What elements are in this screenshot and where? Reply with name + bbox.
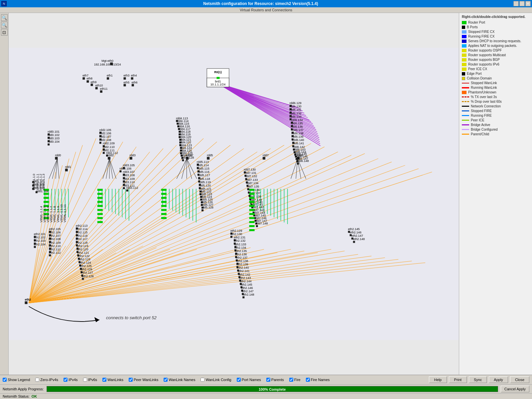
svg-rect-449 xyxy=(230,236,232,238)
legend-color-router-port xyxy=(462,21,466,24)
zero-ipv4s-input[interactable] xyxy=(35,378,39,382)
port-names-input[interactable] xyxy=(237,378,241,382)
checkbox-fire-names[interactable]: Fire Names xyxy=(306,378,330,382)
checkbox-wanlinks[interactable]: WanLinks xyxy=(102,378,123,382)
svg-rect-485 xyxy=(242,296,244,298)
svg-text:eth2.132: eth2.132 xyxy=(234,239,245,242)
svg-text:eth5: eth5 xyxy=(124,81,130,84)
svg-text:eth2.123: eth2.123 xyxy=(78,258,90,261)
svg-text:rdd6.129: rdd6.129 xyxy=(290,101,302,105)
legend-item-parent-child: Parent/Child xyxy=(462,132,529,136)
legend-label-router-port: Router Port xyxy=(468,21,485,24)
cancel-apply-button[interactable]: Cancel Apply xyxy=(501,386,529,392)
wanlink-config-input[interactable] xyxy=(200,378,204,382)
svg-text:eth2.139: eth2.139 xyxy=(236,263,248,266)
svg-rect-532 xyxy=(249,229,254,231)
svg-text:rdd7.148: rdd7.148 xyxy=(256,222,268,225)
svg-text:rdd7: rdd7 xyxy=(263,154,269,157)
legend-label-collision-domain: Collision Domain xyxy=(467,76,492,80)
close-window-button[interactable]: ✕ xyxy=(525,1,531,6)
svg-text:connects to switch port 52: connects to switch port 52 xyxy=(106,315,157,320)
status-label: Netsmith Status: xyxy=(3,394,30,398)
print-button[interactable]: Print xyxy=(449,376,467,383)
svg-rect-520 xyxy=(161,213,167,215)
svg-rect-181 xyxy=(65,169,68,171)
legend-color-peer-ice-cx xyxy=(462,67,466,71)
checkbox-ipv6s[interactable]: IPv6s xyxy=(83,378,97,382)
progress-bar-fill: 100% Complete xyxy=(47,386,498,392)
wanlinks-input[interactable] xyxy=(102,378,106,382)
checkbox-wanlink-config[interactable]: WanLink Config xyxy=(200,378,231,382)
svg-text:rdd6.136: rdd6.136 xyxy=(291,125,303,128)
svg-text:VRWL-1.1.8: VRWL-1.1.8 xyxy=(53,206,56,222)
legend-color-stopped-fire-cx xyxy=(462,30,466,34)
ipv4s-input[interactable] xyxy=(64,378,67,382)
legend-label-b-ports: B Ports xyxy=(467,25,478,29)
svg-rect-508 xyxy=(97,201,103,203)
legend-color-tx-3s xyxy=(462,96,469,97)
svg-text:rdd2.106: rdd2.106 xyxy=(99,132,111,135)
fire-names-input[interactable] xyxy=(306,378,310,382)
bottom-area: Show Legend Zero-IPv4s IPv4s IPv6s WanLi… xyxy=(0,375,532,399)
svg-rect-526 xyxy=(249,205,254,207)
legend-label-running-fire: Running FIRE xyxy=(471,114,492,117)
legend-color-running-fire xyxy=(462,115,469,116)
app-icon: N xyxy=(1,1,7,6)
ipv4s-label: IPv4s xyxy=(68,378,78,382)
show-legend-input[interactable] xyxy=(3,378,7,382)
svg-text:eth2.131: eth2.131 xyxy=(234,236,245,239)
zoom-out-button[interactable]: 🔍 xyxy=(1,22,8,28)
section-label: Virtual Routers and Connections xyxy=(0,7,532,13)
legend-item-multicast: Router supports Multicast xyxy=(462,53,529,57)
peer-wanlinks-input[interactable] xyxy=(129,378,133,382)
legend-item-tx-3s: % TX over last 3s xyxy=(462,95,529,99)
svg-text:rdd3.105: rdd3.105 xyxy=(123,164,135,167)
svg-rect-197 xyxy=(103,152,105,154)
zoom-fit-button[interactable]: ⊡ xyxy=(1,29,8,36)
checkbox-ipv4s[interactable]: IPv4s xyxy=(64,378,78,382)
svg-text:eth11: eth11 xyxy=(100,87,108,90)
svg-text:eth2.147: eth2.147 xyxy=(242,290,253,293)
svg-rect-387 xyxy=(32,188,34,190)
svg-text:rdd0.101: rdd0.101 xyxy=(48,130,60,133)
svg-rect-154 xyxy=(100,90,102,93)
ipv6s-input[interactable] xyxy=(83,378,87,382)
restore-button[interactable]: □ xyxy=(519,1,525,6)
network-canvas[interactable]: Mgt-eth0 192.168.100.213/24 eth7 eth8 et… xyxy=(9,13,459,375)
close-button[interactable]: Close xyxy=(510,376,529,383)
svg-text:VRWL-1.1.6: VRWL-1.1.6 xyxy=(46,206,50,222)
checkbox-show-legend[interactable]: Show Legend xyxy=(3,378,30,382)
legend-item-phantom: Phantom/Unknown xyxy=(462,90,529,94)
legend-label-applies-nat: Applies NAT to outgoing packets. xyxy=(468,44,517,48)
svg-text:rdd3.112: rdd3.112 xyxy=(126,186,138,190)
checkbox-peer-wanlinks[interactable]: Peer WanLinks xyxy=(129,378,158,382)
fire-input[interactable] xyxy=(289,378,293,382)
wanlink-names-input[interactable] xyxy=(164,378,168,382)
checkbox-zero-ipv4s[interactable]: Zero-IPv4s xyxy=(35,378,58,382)
checkbox-fire[interactable]: Fire xyxy=(289,378,301,382)
svg-text:eth2.110: eth2.110 xyxy=(49,244,61,248)
svg-text:rdd5.113: rdd5.113 xyxy=(197,160,209,164)
legend-item-collision-domain: Collision Domain xyxy=(462,76,529,80)
checkbox-wanlink-names[interactable]: WanLink Names xyxy=(164,378,195,382)
legend-label-running-fire-cx: Running FIRE CX xyxy=(468,35,494,38)
bottom-buttons: Help Print Sync Apply Close xyxy=(429,376,529,383)
svg-text:rdd6.148: rdd6.148 xyxy=(297,159,309,163)
checkbox-parents[interactable]: Parents xyxy=(266,378,284,382)
parents-input[interactable] xyxy=(266,378,270,382)
zoom-in-button[interactable]: 🔍 xyxy=(1,14,8,21)
svg-text:rdd6.139: rdd6.139 xyxy=(292,135,304,138)
checkbox-port-names[interactable]: Port Names xyxy=(237,378,261,382)
svg-text:eth2.128: eth2.128 xyxy=(82,275,93,278)
svg-text:eth2.127: eth2.127 xyxy=(81,271,93,274)
legend-item-bridge-active: Bridge Active xyxy=(462,123,529,127)
apply-button[interactable]: Apply xyxy=(489,376,508,383)
legend-color-drop-60s xyxy=(462,101,469,102)
minimize-button[interactable]: _ xyxy=(513,1,519,6)
svg-text:rdd7.133: rdd7.133 xyxy=(246,178,258,182)
svg-text:eth2.138: eth2.138 xyxy=(236,259,248,263)
help-button[interactable]: Help xyxy=(429,376,447,383)
sync-button[interactable]: Sync xyxy=(469,376,487,383)
legend-label-stopped-fire: Stopped FIRE xyxy=(471,109,492,113)
legend-item-b-ports: B Ports xyxy=(462,25,529,29)
